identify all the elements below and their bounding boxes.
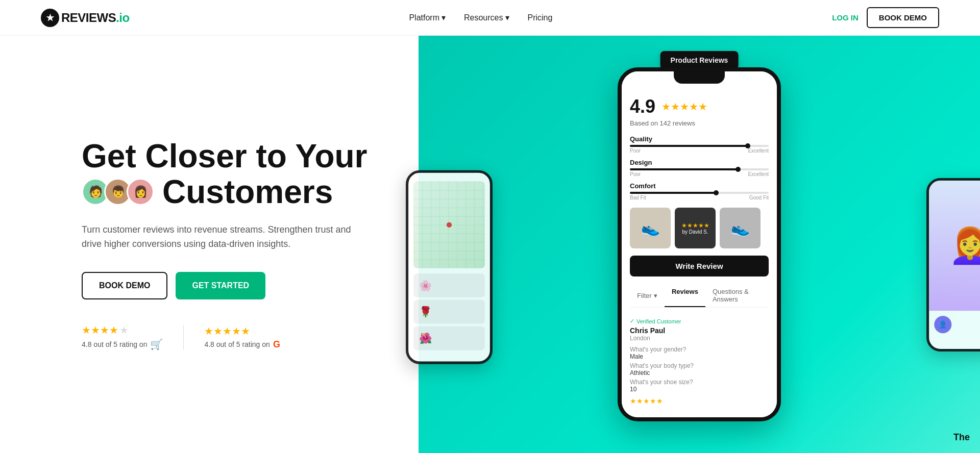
verified-badge: ✓ Verified Customer (630, 318, 769, 324)
review-tabs: Filter ▾ Reviews Questions & Answers (630, 284, 769, 308)
flower-card-1: 🌸 (413, 273, 484, 297)
nav-platform[interactable]: Platform ▾ (409, 13, 446, 22)
tab-filter[interactable]: Filter ▾ (630, 284, 665, 307)
flower-icon-3: 🌺 (413, 326, 437, 350)
write-review-button[interactable]: Write Review (630, 256, 769, 276)
flower-icon-1: 🌸 (413, 273, 437, 297)
shopify-icon: 🛒 (150, 338, 163, 350)
side-phone-box-right: 👩‍🦰 👤 (926, 178, 980, 351)
g2-stars: ★★★★★ (204, 325, 280, 337)
review-q2: What's your body type? (630, 362, 769, 369)
phone-rating-number: 4.9 (630, 96, 655, 117)
side-phone-box-left: 🌸 🌹 🌺 (406, 170, 493, 364)
g2-rating: ★★★★★ 4.8 out of 5 rating on G (183, 325, 300, 350)
check-icon: ✓ (630, 318, 634, 324)
book-demo-button[interactable]: BOOK DEMO (82, 272, 167, 299)
side-phone-left: 🌸 🌹 🌺 (406, 170, 493, 364)
review-a1: Male (630, 353, 769, 360)
product-images: 👟 ★★★★★ by David S. 👟 (630, 208, 769, 248)
product-image-1: 👟 (630, 208, 671, 248)
phone-rating-big: 4.9 ★★★★★ (630, 96, 769, 117)
product-image-3: 👟 (720, 208, 761, 248)
review-stars: ★★★★★ (630, 397, 769, 405)
review-q3: What's your shoe size? (630, 379, 769, 386)
center-phone-container: Product Reviews 4.9 ★★★★★ Based on 142 r… (618, 67, 781, 421)
book-demo-nav-button[interactable]: BOOK DEMO (867, 7, 939, 28)
bottom-right-text: The (953, 432, 970, 443)
hero-subtitle: Turn customer reviews into revenue strea… (82, 222, 357, 252)
comfort-slider: Comfort Bad Fit Good Fit (630, 182, 769, 200)
review-card: ✓ Verified Customer Chris Paul London Wh… (630, 314, 769, 409)
main-phone: 4.9 ★★★★★ Based on 142 reviews Quality (618, 67, 781, 421)
phone-rating-based: Based on 142 reviews (630, 119, 769, 127)
get-started-button[interactable]: GET STARTED (176, 272, 265, 299)
login-button[interactable]: LOG IN (832, 13, 859, 22)
phone-screen: 4.9 ★★★★★ Based on 142 reviews Quality (622, 71, 777, 417)
side-phone-right: 👩‍🦰 👤 (926, 178, 980, 351)
hero-buttons: BOOK DEMO GET STARTED (82, 272, 378, 299)
main-container: Get Closer to Your 🧑 👦 👩 Customers Turn … (0, 36, 980, 453)
person-avatar: 👤 (934, 316, 951, 333)
product-reviews-tooltip: Product Reviews (660, 51, 739, 69)
tab-qa[interactable]: Questions & Answers (705, 284, 769, 307)
reviewer-location: London (630, 335, 769, 342)
tab-reviews[interactable]: Reviews (665, 284, 705, 307)
chevron-down-icon: ▾ (654, 292, 657, 299)
design-slider: Design Poor Excellent (630, 159, 769, 177)
logo-icon: ★ (41, 9, 59, 27)
flower-card-2: 🌹 (413, 300, 484, 324)
reviewer-name: Chris Paul (630, 326, 769, 335)
map-placeholder (413, 182, 484, 268)
avatar: 👩 (127, 178, 154, 206)
hero-title: Get Closer to Your 🧑 👦 👩 Customers (82, 138, 378, 210)
logo[interactable]: ★ REVIEWS.io (41, 9, 130, 27)
avatar-group: 🧑 👦 👩 (82, 178, 154, 206)
review-a3: 10 (630, 386, 769, 393)
phone-rating-stars: ★★★★★ (662, 100, 707, 113)
person-image: 👩‍🦰 (929, 181, 980, 311)
flower-card-3: 🌺 (413, 326, 484, 350)
map-pin (447, 222, 452, 228)
logo-text: REVIEWS.io (61, 11, 130, 25)
chevron-down-icon: ▾ (442, 13, 446, 22)
review-a2: Athletic (630, 369, 769, 376)
flower-icon-2: 🌹 (413, 300, 437, 324)
product-image-2: ★★★★★ by David S. (675, 208, 716, 248)
navigation: ★ REVIEWS.io Platform ▾ Resources ▾ Pric… (0, 0, 980, 36)
hero-right: 🌸 🌹 🌺 Product Reviews (419, 36, 980, 453)
review-q1: What's your gender? (630, 346, 769, 353)
phone-notch (674, 71, 725, 84)
nav-resources[interactable]: Resources ▾ (464, 13, 509, 22)
hero-left: Get Closer to Your 🧑 👦 👩 Customers Turn … (0, 97, 419, 391)
quality-slider: Quality Poor Excellent (630, 135, 769, 154)
shopify-stars: ★★★★★ (82, 324, 163, 336)
shopify-rating: ★★★★★ 4.8 out of 5 rating on 🛒 (82, 324, 183, 350)
nav-links: Platform ▾ Resources ▾ Pricing (409, 13, 552, 22)
ratings-row: ★★★★★ 4.8 out of 5 rating on 🛒 ★★★★★ 4.8… (82, 324, 378, 350)
nav-pricing[interactable]: Pricing (528, 13, 553, 22)
chevron-down-icon: ▾ (505, 13, 509, 22)
g2-icon: G (273, 339, 280, 350)
nav-actions: LOG IN BOOK DEMO (832, 7, 939, 28)
